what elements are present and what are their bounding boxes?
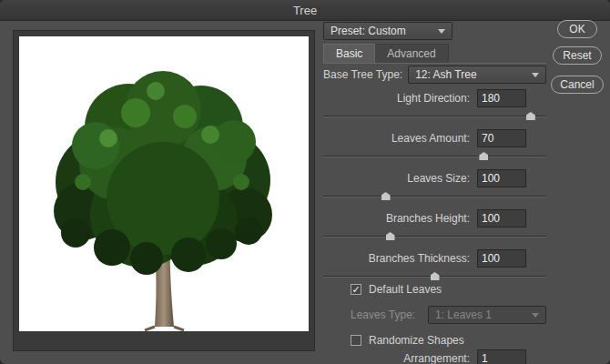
chevron-down-icon: [532, 313, 539, 318]
light-direction-slider[interactable]: [323, 111, 546, 122]
action-buttons: OK Reset Cancel: [549, 20, 605, 94]
slider-thumb[interactable]: [479, 152, 488, 160]
chevron-down-icon: [438, 29, 445, 34]
base-tree-type-value: 12: Ash Tree: [415, 68, 476, 81]
tab-basic[interactable]: Basic: [323, 44, 375, 63]
leaves-size-label: Leaves Size:: [407, 172, 470, 185]
tab-basic-label: Basic: [336, 47, 362, 60]
slider-track: [323, 236, 546, 238]
leaves-type-label: Leaves Type:: [351, 306, 415, 324]
preview-canvas: [19, 36, 309, 331]
light-direction-input[interactable]: [477, 89, 526, 107]
default-leaves-checkbox[interactable]: ✓: [351, 284, 361, 295]
light-direction-label: Light Direction:: [397, 92, 470, 105]
preset-value: Preset: Custom: [330, 25, 406, 37]
leaves-type-dropdown[interactable]: 1: Leaves 1: [428, 306, 546, 324]
randomize-shapes-checkbox[interactable]: [351, 335, 361, 346]
tree-preview-image: [19, 36, 309, 331]
titlebar: Tree: [0, 0, 610, 21]
branches-height-row: Branches Height:: [323, 209, 546, 228]
chevron-down-icon: [532, 73, 539, 77]
branches-thickness-row: Branches Thickness:: [323, 249, 546, 268]
preset-dropdown[interactable]: Preset: Custom: [323, 22, 452, 40]
branches-height-input[interactable]: [477, 209, 526, 228]
leaves-amount-row: Leaves Amount:: [323, 129, 546, 147]
slider-track: [323, 116, 546, 117]
tab-advanced-label: Advanced: [387, 47, 435, 60]
branches-thickness-label: Branches Thickness:: [369, 252, 470, 265]
slider-thumb[interactable]: [381, 192, 391, 200]
leaves-amount-slider[interactable]: [323, 151, 546, 162]
preview-frame: [13, 30, 315, 351]
base-tree-type-label: Base Tree Type:: [323, 68, 402, 81]
slider-thumb[interactable]: [431, 272, 440, 280]
tree-filter-dialog: Tree: [0, 0, 610, 364]
branches-thickness-input[interactable]: [477, 249, 526, 268]
tab-bar: Basic Advanced: [323, 44, 546, 64]
arrangement-label: Arrangement:: [403, 352, 470, 364]
arrangement-row: Arrangement:: [323, 349, 546, 364]
ok-button[interactable]: OK: [557, 20, 597, 38]
randomize-shapes-row: Randomize Shapes: [351, 333, 464, 348]
base-tree-type-dropdown[interactable]: 12: Ash Tree: [408, 66, 546, 84]
branches-height-slider[interactable]: [323, 231, 546, 242]
branches-height-label: Branches Height:: [386, 212, 470, 225]
leaves-amount-label: Leaves Amount:: [391, 132, 470, 145]
tab-advanced[interactable]: Advanced: [375, 44, 448, 63]
leaves-type-value: 1: Leaves 1: [435, 308, 492, 321]
settings-panel: Preset: Custom Basic Advanced Base Tree …: [323, 21, 546, 364]
reset-button[interactable]: Reset: [553, 46, 602, 65]
leaves-amount-input[interactable]: [477, 129, 526, 147]
randomize-shapes-label: Randomize Shapes: [369, 334, 464, 347]
slider-track: [323, 156, 546, 157]
slider-thumb[interactable]: [386, 232, 395, 240]
default-leaves-row: ✓ Default Leaves: [351, 282, 442, 297]
branches-thickness-slider[interactable]: [323, 271, 546, 282]
window-title: Tree: [293, 4, 317, 17]
leaves-size-slider[interactable]: [323, 191, 546, 202]
arrangement-input[interactable]: [477, 349, 526, 364]
leaves-size-row: Leaves Size:: [323, 169, 546, 187]
base-tree-type-row: Base Tree Type: 12: Ash Tree: [323, 66, 546, 84]
slider-track: [323, 196, 546, 197]
default-leaves-label: Default Leaves: [369, 283, 442, 296]
checkmark-icon: ✓: [351, 285, 360, 294]
slider-thumb[interactable]: [526, 112, 535, 120]
leaves-size-input[interactable]: [477, 169, 526, 187]
cancel-button[interactable]: Cancel: [551, 76, 604, 94]
light-direction-row: Light Direction:: [323, 89, 546, 107]
